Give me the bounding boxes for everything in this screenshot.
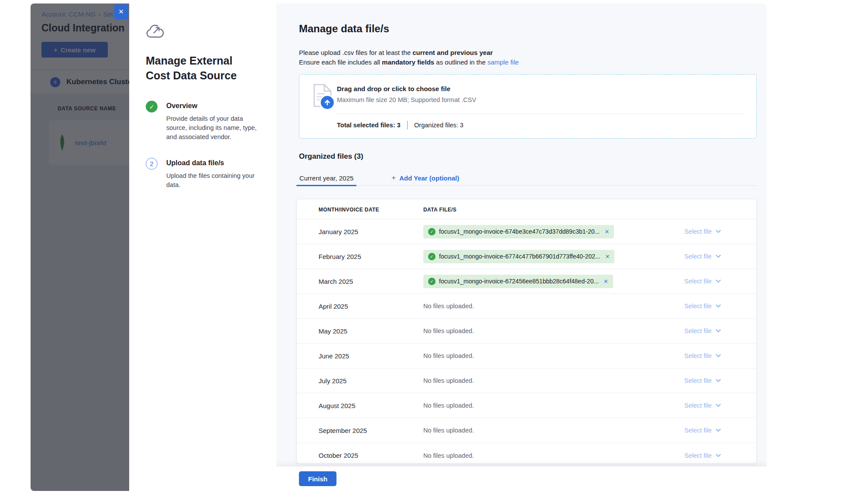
file-chip: ✓ focusv1_mongo-invoice-6774c477b667901d…: [423, 250, 614, 263]
select-file-label: Select file: [684, 427, 712, 434]
month-label: June 2025: [297, 352, 423, 360]
select-file-dropdown[interactable]: Select file: [684, 278, 756, 285]
select-file-dropdown[interactable]: Select file: [684, 303, 756, 310]
file-cell: ✓ focusv1_mongo-invoice-674be3ce47c73d37…: [423, 225, 684, 238]
table-row: October 2025 No files uploaded. Select f…: [297, 443, 756, 464]
file-cell: No files uploaded.: [423, 377, 684, 384]
select-file-label: Select file: [684, 228, 712, 235]
remove-file-button[interactable]: ✕: [603, 228, 609, 235]
monthly-files-table: MONTH/INVOICE DATE DATA FILE/S January 2…: [296, 199, 757, 464]
select-file-dropdown[interactable]: Select file: [684, 402, 756, 409]
step-upload-description: Upload the files containing your data.: [166, 171, 260, 190]
chevron-down-icon: [716, 379, 721, 382]
table-header: MONTH/INVOICE DATE DATA FILE/S: [297, 199, 756, 219]
wizard-title: Manage External Cost Data Source: [146, 53, 255, 83]
file-cell: No files uploaded.: [423, 327, 684, 334]
month-label: May 2025: [297, 327, 423, 335]
remove-file-button[interactable]: ✕: [604, 253, 610, 260]
dropzone-title: Drag and drop or click to choose file: [337, 85, 450, 92]
wizard-drawer: Manage External Cost Data Source ✓ Overv…: [129, 3, 767, 491]
file-dropzone[interactable]: Drag and drop or click to choose file Ma…: [299, 74, 757, 139]
select-file-dropdown[interactable]: Select file: [684, 352, 756, 359]
file-check-icon: ✓: [428, 253, 436, 260]
add-year-label: Add Year (optional): [399, 174, 459, 182]
chevron-down-icon: [716, 230, 721, 233]
chevron-down-icon: [716, 454, 721, 457]
remove-file-button[interactable]: ✕: [602, 278, 608, 285]
select-file-label: Select file: [684, 327, 712, 334]
close-button[interactable]: ✕: [114, 4, 128, 19]
table-row: January 2025 ✓ focusv1_mongo-invoice-674…: [297, 219, 756, 244]
sample-file-link[interactable]: sample file: [487, 58, 519, 66]
table-row: April 2025 No files uploaded. Select fil…: [297, 294, 756, 319]
select-file-label: Select file: [684, 377, 712, 384]
select-file-dropdown[interactable]: Select file: [684, 228, 756, 235]
select-file-dropdown[interactable]: Select file: [684, 253, 756, 260]
dropzone-divider: [337, 114, 745, 114]
file-chip-name: focusv1_mongo-invoice-674be3ce47c73d37dd…: [439, 228, 600, 235]
select-file-dropdown[interactable]: Select file: [684, 452, 756, 459]
close-icon: ✕: [118, 8, 124, 16]
file-cell: ✓ focusv1_mongo-invoice-6774c477b667901d…: [423, 250, 684, 263]
empty-text: No files uploaded.: [423, 303, 474, 310]
empty-text: No files uploaded.: [423, 402, 474, 409]
modal-backdrop: [31, 3, 129, 491]
month-label: September 2025: [297, 427, 423, 434]
select-file-dropdown[interactable]: Select file: [684, 327, 756, 334]
step-overview[interactable]: ✓ Overview Provide details of your data …: [146, 102, 263, 142]
chevron-down-icon: [716, 354, 721, 358]
chevron-down-icon: [716, 304, 721, 308]
app-window: Account: CCM-NG›Set Cloud Integration +C…: [31, 3, 767, 491]
step-complete-check-icon: ✓: [146, 101, 158, 112]
intro-line-2: Ensure each file includes all mandatory …: [299, 58, 767, 67]
file-cell: No files uploaded.: [423, 402, 684, 409]
table-row: July 2025 No files uploaded. Select file: [297, 368, 756, 393]
chevron-down-icon: [716, 279, 721, 283]
month-label: July 2025: [297, 377, 423, 385]
tab-current-year[interactable]: Current year, 2025: [296, 170, 357, 185]
cloud-external-icon: [146, 24, 164, 39]
table-row: September 2025 No files uploaded. Select…: [297, 418, 756, 443]
total-selected-files: Total selected files: 3: [337, 122, 401, 129]
step-number-icon: 2: [146, 158, 158, 170]
file-cell: ✓ focusv1_mongo-invoice-672456ee851bbb28…: [423, 275, 684, 288]
finish-button[interactable]: Finish: [299, 471, 336, 486]
month-label: August 2025: [297, 402, 423, 409]
file-cell: No files uploaded.: [423, 452, 684, 459]
intro-line-1: Please upload .csv files for at least th…: [299, 48, 767, 58]
empty-text: No files uploaded.: [423, 352, 474, 359]
chevron-down-icon: [716, 429, 721, 432]
file-chip: ✓ focusv1_mongo-invoice-672456ee851bbb28…: [423, 275, 613, 288]
month-column-header: MONTH/INVOICE DATE: [319, 207, 379, 213]
wizard-steps: ✓ Overview Provide details of your data …: [146, 102, 263, 190]
year-tabs: Current year, 2025 + Add Year (optional): [296, 171, 758, 186]
data-file-column-header: DATA FILE/S: [423, 207, 456, 213]
step-upload-data[interactable]: 2 Upload data file/s Upload the files co…: [146, 159, 263, 190]
step-upload-label: Upload data file/s: [166, 159, 260, 167]
select-file-dropdown[interactable]: Select file: [684, 377, 756, 384]
month-rows: January 2025 ✓ focusv1_mongo-invoice-674…: [297, 219, 756, 464]
file-cell: No files uploaded.: [423, 352, 684, 359]
empty-text: No files uploaded.: [423, 327, 474, 334]
file-chip-name: focusv1_mongo-invoice-6774c477b667901d77…: [439, 253, 600, 260]
file-check-icon: ✓: [428, 278, 436, 285]
file-chip-name: focusv1_mongo-invoice-672456ee851bbb28c6…: [439, 278, 599, 285]
add-year-button[interactable]: + Add Year (optional): [391, 170, 459, 185]
wizard-footer: Finish: [276, 467, 767, 491]
select-file-label: Select file: [684, 402, 712, 409]
month-label: March 2025: [297, 278, 423, 285]
table-row: August 2025 No files uploaded. Select fi…: [297, 393, 756, 418]
month-label: February 2025: [297, 253, 423, 260]
step-overview-description: Provide details of your data source, inc…: [166, 114, 260, 142]
table-row: June 2025 No files uploaded. Select file: [297, 344, 756, 368]
plus-icon: +: [391, 174, 396, 182]
table-row: May 2025 No files uploaded. Select file: [297, 319, 756, 344]
table-row: February 2025 ✓ focusv1_mongo-invoice-67…: [297, 244, 756, 269]
empty-text: No files uploaded.: [423, 377, 474, 384]
empty-text: No files uploaded.: [423, 452, 474, 459]
manage-data-files-heading: Manage data file/s: [299, 23, 767, 35]
totals-divider: [407, 121, 408, 129]
wizard-sidebar: Manage External Cost Data Source ✓ Overv…: [129, 3, 276, 491]
select-file-dropdown[interactable]: Select file: [684, 427, 756, 434]
file-cell: No files uploaded.: [423, 303, 684, 310]
